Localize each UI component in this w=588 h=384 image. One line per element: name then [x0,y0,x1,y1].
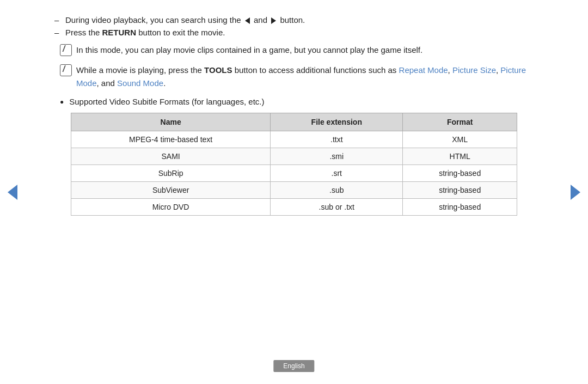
table-header-name: Name [71,113,271,131]
table-row: SAMI .smi HTML [71,148,517,164]
repeat-mode-link[interactable]: Repeat Mode [399,65,448,75]
table-header-format: Format [403,113,517,131]
table-cell: SubRip [71,164,271,181]
table-header-extension: File extension [271,113,403,131]
table-cell: XML [403,131,517,148]
table-cell: MPEG-4 time-based text [71,131,271,148]
table-cell: HTML [403,148,517,164]
note-text-1: In this mode, you can play movie clips c… [76,44,544,56]
right-arrow-icon [271,17,276,24]
table-row: SubRip .srt string-based [71,164,517,181]
table-cell: .ttxt [271,131,403,148]
note-icon-1 [60,44,72,56]
note-block-1: In this mode, you can play movie clips c… [54,44,544,56]
left-arrow-icon [245,17,250,24]
return-bold: RETURN [102,28,137,37]
bullet-text-2: Press the RETURN button to exit the movi… [65,28,225,37]
note-text-2: While a movie is playing, press the TOOL… [76,64,544,89]
table-cell: SAMI [71,148,271,164]
table-cell: SubViewer [71,181,271,198]
table-cell: Micro DVD [71,198,271,215]
picture-size-link[interactable]: Picture Size [452,65,496,75]
table-cell: string-based [403,181,517,198]
table-row: SubViewer .sub string-based [71,181,517,198]
language-badge: English [273,360,314,372]
bullet-list: During video playback, you can search us… [54,15,544,37]
bullet-text-1: During video playback, you can search us… [65,15,305,25]
bullet-item-2: Press the RETURN button to exit the movi… [54,28,544,37]
supported-formats-label: Supported Video Subitle Formats (for lan… [54,97,544,106]
table-cell: .srt [271,164,403,181]
tools-bold: TOOLS [204,65,232,75]
table-cell: string-based [403,198,517,215]
note-block-2: While a movie is playing, press the TOOL… [54,64,544,89]
bullet-item-1: During video playback, you can search us… [54,15,544,25]
subtitle-formats-table: Name File extension Format MPEG-4 time-b… [71,113,517,216]
table-cell: .sub or .txt [271,198,403,215]
table-cell: .smi [271,148,403,164]
note-icon-2 [60,64,72,76]
sound-mode-link[interactable]: Sound Mode [117,78,163,88]
table-cell: string-based [403,164,517,181]
table-cell: .sub [271,181,403,198]
table-row: Micro DVD .sub or .txt string-based [71,198,517,215]
table-row: MPEG-4 time-based text .ttxt XML [71,131,517,148]
